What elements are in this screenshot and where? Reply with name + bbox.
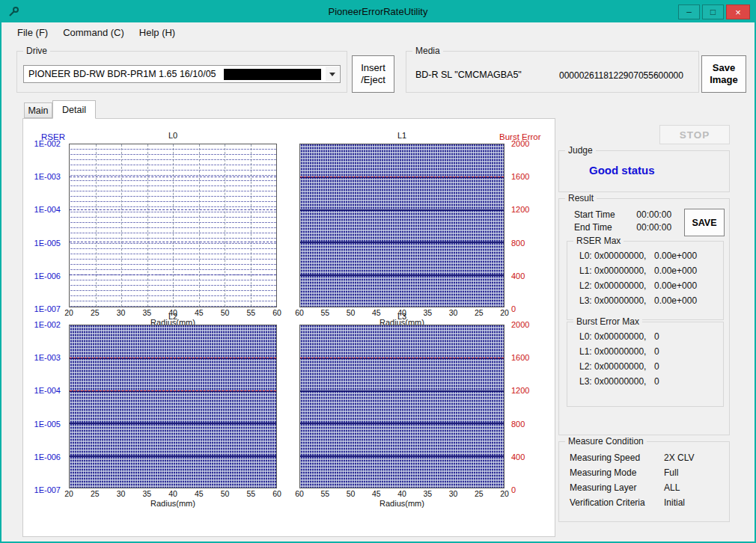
x-tick-label: 25 [475,489,484,498]
burst-max-row-name: L2: 0x00000000, [579,361,654,372]
chart-title: L2 [69,312,277,325]
burst-max-row: L1: 0x00000000,0 [579,346,720,361]
drive-selected-text: PIONEER BD-RW BDR-PR1M 1.65 16/10/05 [28,69,216,79]
burst-max-row-value: 0 [654,376,659,387]
result-group: Result Start Time 00:00:00 End Time 00:0… [558,198,730,435]
save-button[interactable]: SAVE [684,209,725,236]
x-tick-label: 45 [195,489,204,498]
minimize-button[interactable]: – [678,4,700,19]
burst-tick-label: 1200 [511,386,529,395]
burst-tick-labels-row1: 2000160012008004000 [507,144,541,309]
chart-l1: L1605550454035302520Radius(mm) [299,131,504,328]
tab-main[interactable]: Main [24,102,52,118]
menu-command[interactable]: Command (C) [56,25,131,40]
gridline-vertical [173,144,174,307]
gridline-decade [70,455,276,457]
menu-help[interactable]: Help (H) [132,25,182,40]
stop-button[interactable]: STOP [659,125,730,144]
burst-max-row-value: 0 [654,331,659,342]
x-tick-label: 25 [91,489,100,498]
gridline-vertical [147,144,148,307]
burst-max-row-name: L0: 0x00000000, [579,331,654,342]
gridline-decade [300,209,504,211]
chart-l2: L2202530354045505560Radius(mm) [69,312,277,509]
start-time-row: Start Time 00:00:00 [574,209,671,220]
burst-max-row-name: L3: 0x00000000, [579,376,654,387]
x-tick-label: 55 [320,489,329,498]
gridline-decade [70,209,276,210]
titlebar[interactable]: PioneerErrorRateUtility – □ × [1,1,755,22]
media-group-label: Media [412,46,443,56]
drive-select[interactable]: PIONEER BD-RW BDR-PR1M 1.65 16/10/05 [23,65,341,83]
rser-tick-labels-row2: 1E-0021E-0031E-0041E-0051E-0061E-007 [25,325,65,490]
rser-tick-label: 1E-005 [34,420,61,429]
save-image-button[interactable]: Save Image [701,55,746,93]
burst-tick-label: 2000 [511,320,529,329]
measure-condition-label: Measure Condition [565,436,647,447]
measure-row-value: ALL [664,482,680,493]
media-group: Media BD-R SL "CMCMAGBA5" 00000261181229… [406,51,699,93]
measure-row-name: Measuring Layer [570,482,664,493]
x-tick-label: 35 [142,489,151,498]
result-group-label: Result [565,193,597,203]
x-tick-label: 30 [117,489,126,498]
window-title: PioneerErrorRateUtility [1,1,755,22]
gridline-vertical [225,144,225,307]
insert-eject-label-line1: Insert [361,62,385,74]
rser-tick-label: 1E-005 [34,239,61,248]
x-tick-label: 60 [295,489,304,498]
menu-file[interactable]: File (F) [10,25,55,40]
chart-panel: RSER Burst Error 1E-0021E-0031E-0041E-00… [22,118,555,537]
tab-detail[interactable]: Detail [52,100,96,119]
chart-l0: L0202530354045505560Radius(mm) [69,131,277,328]
burst-tick-label: 2000 [511,139,529,148]
rser-tick-label: 1E-007 [34,485,61,494]
burst-tick-label: 400 [511,452,525,461]
gridline-vertical [96,144,97,307]
gridline-decade [300,390,504,392]
rser-max-row-value: 0.00e+000 [654,295,697,306]
dropdown-arrow-icon[interactable] [326,67,339,82]
burst-tick-label: 1600 [511,172,529,181]
measure-row-name: Measuring Speed [570,452,664,463]
rser-tick-label: 1E-003 [34,353,61,362]
x-tick-label: 60 [272,489,281,498]
chart-l3: L3605550454035302520Radius(mm) [299,312,504,509]
end-time-label: End Time [574,222,634,233]
x-axis-label: Radius(mm) [299,499,504,509]
gridline-decade [70,242,276,242]
burst-tick-label: 800 [511,420,525,429]
judge-status: Good status [589,164,655,177]
judge-group: Judge Good status [558,150,730,192]
burst-tick-label: 1600 [511,353,529,362]
close-button[interactable]: × [726,4,750,19]
measure-row-name: Verification Criteria [570,497,664,508]
chart-plot-l0 [69,144,277,307]
burst-error-max-label: Burst Error Max [573,316,642,327]
x-tick-labels: 605550454035302520 [299,489,504,499]
burst-max-row-value: 0 [654,361,659,372]
rser-max-row-name: L0: 0x00000000, [579,251,654,261]
insert-eject-button[interactable]: Insert /Eject [352,55,394,93]
insert-eject-label-line2: /Eject [361,74,385,86]
x-tick-label: 40 [168,489,177,498]
burst-tick-label: 0 [511,485,516,494]
measure-row-value: Initial [664,497,685,508]
measure-row-value: 2X CLV [664,452,694,463]
maximize-button[interactable]: □ [702,4,724,19]
app-window: PioneerErrorRateUtility – □ × File (F) C… [0,0,756,543]
rser-tick-label: 1E-006 [34,452,61,461]
x-tick-labels: 202530354045505560 [69,489,277,499]
burst-gridline [70,390,276,391]
measure-row-name: Measuring Mode [570,467,664,478]
x-tick-label: 20 [64,489,73,498]
rser-tick-label: 1E-003 [34,172,61,181]
end-time-row: End Time 00:00:00 [574,222,671,233]
save-image-label-line2: Image [710,74,738,86]
start-time-label: Start Time [574,209,634,220]
x-tick-label: 50 [221,489,230,498]
rser-max-row: L1: 0x00000000,0.00e+000 [579,266,720,280]
x-tick-label: 30 [449,489,458,498]
burst-tick-label: 400 [511,272,525,280]
measure-row: Measuring LayerALL [570,482,726,497]
